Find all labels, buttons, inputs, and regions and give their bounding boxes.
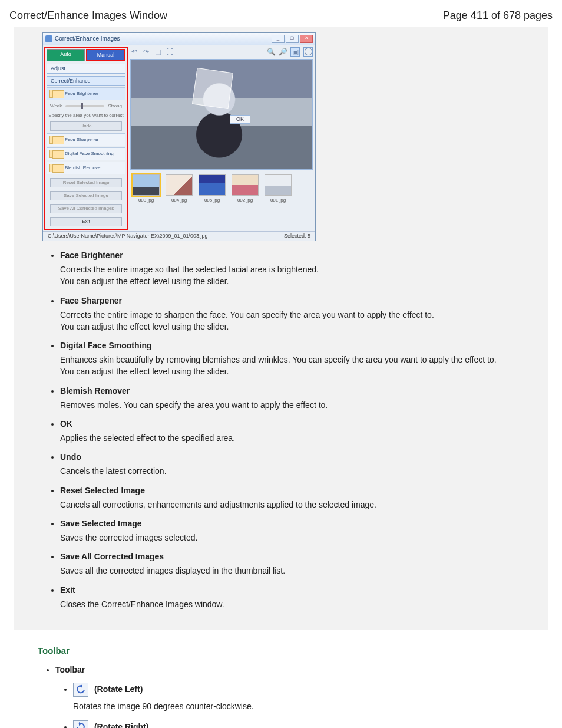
digital-face-smoothing-icon — [49, 150, 61, 158]
description: Rotates the image 90 degrees counter-clo… — [73, 700, 553, 712]
crop-icon[interactable]: ⛶ — [166, 48, 174, 56]
app-window: Correct/Enhance Images _ ▢ ✕ Auto Manual… — [42, 32, 316, 241]
list-item: ExitCloses the Correct/Enhance Images wi… — [60, 585, 524, 610]
thumbnail[interactable] — [133, 174, 160, 196]
face-sharpener-icon — [49, 136, 61, 144]
digital-face-smoothing-item[interactable]: Digital Face Smoothing — [47, 147, 125, 160]
content-band: Correct/Enhance Images _ ▢ ✕ Auto Manual… — [14, 27, 548, 630]
page-header: Correct/Enhance Images Window Page 411 o… — [9, 9, 553, 22]
term: Face Brightener — [60, 251, 123, 260]
description: Saves all the corrected images displayed… — [60, 565, 524, 577]
close-button[interactable]: ✕ — [300, 35, 313, 43]
list-item: UndoCancels the latest correction. — [60, 452, 524, 477]
list-item: (Rotate Right) Rotates the image 90 degr… — [73, 720, 553, 728]
definition-list: Face BrightenerCorrects the entire image… — [42, 251, 524, 610]
list-item: Toolbar (Rotate Left) Rotates the image … — [55, 665, 553, 728]
page-title: Correct/Enhance Images Window — [9, 9, 167, 22]
list-item: Face BrightenerCorrects the entire image… — [60, 251, 524, 288]
rotate-right-icon[interactable]: ↷ — [142, 48, 150, 56]
thumbnail[interactable] — [265, 174, 292, 196]
thumbnail-label: 004.jpg — [171, 198, 187, 203]
term: Toolbar — [55, 665, 85, 674]
list-item: Save Selected ImageSaves the corrected i… — [60, 519, 524, 543]
description: Applies the selected effect to the speci… — [60, 432, 524, 444]
titlebar: Correct/Enhance Images _ ▢ ✕ — [43, 33, 315, 45]
rotate-left-label: (Rotate Left) — [94, 684, 143, 694]
section-heading-toolbar: Toolbar — [38, 645, 553, 655]
blemish-remover-icon — [49, 164, 61, 172]
term: Reset Selected Image — [60, 486, 145, 495]
description: Closes the Correct/Enhance Images window… — [60, 598, 524, 610]
thumbnail[interactable] — [166, 174, 193, 196]
page-counter: Page 411 of 678 pages — [443, 9, 553, 22]
toolbar-sublist: (Rotate Left) Rotates the image 90 degre… — [55, 683, 553, 728]
description: Cancels the latest correction. — [60, 465, 524, 477]
toolbar: ↶ ↷ ◫ ⛶ 🔍 🔎 ▣ ⛶ — [130, 47, 313, 57]
list-item: Face SharpenerCorrects the entire image … — [60, 296, 524, 333]
thumbnail-label: 003.jpg — [138, 198, 154, 203]
rotate-right-label: (Rotate Right) — [94, 722, 149, 728]
specify-area-instruction: Specify the area you want to correct — [47, 112, 125, 119]
thumbnail[interactable] — [199, 174, 226, 196]
list-item: Save All Corrected ImagesSaves all the c… — [60, 552, 524, 577]
status-path: C:\Users\UserName\Pictures\MP Navigator … — [48, 233, 207, 239]
thumbnail[interactable] — [232, 174, 259, 196]
tab-adjust[interactable]: Adjust — [47, 64, 125, 74]
term: Save Selected Image — [60, 519, 142, 528]
zoom-in-icon[interactable]: 🔍 — [267, 48, 275, 56]
description: Corrects the entire image to sharpen the… — [60, 309, 524, 333]
save-all-corrected-images-button[interactable]: Save All Corrected Images — [50, 204, 122, 213]
save-selected-image-button[interactable]: Save Selected Image — [50, 191, 122, 200]
image-preview[interactable]: OK — [130, 59, 313, 170]
effect-slider-row: Weak Strong — [47, 101, 125, 111]
face-brightener-icon — [49, 90, 61, 98]
thumbnail-label: 001.jpg — [270, 198, 286, 203]
toolbar-list: Toolbar (Rotate Left) Rotates the image … — [38, 665, 553, 728]
right-panel: ↶ ↷ ◫ ⛶ 🔍 🔎 ▣ ⛶ OK — [129, 45, 315, 231]
face-sharpener-label: Face Sharpener — [65, 137, 98, 142]
face-sharpener-item[interactable]: Face Sharpener — [47, 133, 125, 146]
left-panel: Auto Manual Adjust Correct/Enhance Face … — [44, 47, 128, 230]
list-item: Blemish RemoverRemoves moles. You can sp… — [60, 386, 524, 411]
term: Face Sharpener — [60, 296, 122, 305]
mode-auto-tab[interactable]: Auto — [47, 49, 85, 61]
weak-label: Weak — [50, 104, 62, 108]
description: Corrects the entire image so that the se… — [60, 263, 524, 288]
blemish-remover-item[interactable]: Blemish Remover — [47, 162, 125, 174]
zoom-out-icon[interactable]: 🔎 — [279, 48, 287, 56]
term: Undo — [60, 452, 81, 462]
term: Digital Face Smoothing — [60, 341, 152, 350]
status-selected-count: Selected: 5 — [284, 233, 310, 239]
term: Exit — [60, 585, 75, 595]
face-brightener-label: Face Brightener — [65, 91, 98, 96]
thumbnail-strip: 003.jpg 004.jpg 005.jpg 002.jpg 001.jpg — [130, 170, 313, 205]
maximize-button[interactable]: ▢ — [286, 35, 299, 43]
undo-button[interactable]: Undo — [50, 121, 122, 131]
rotate-right-icon — [73, 720, 88, 728]
rotate-left-icon[interactable]: ↶ — [130, 48, 138, 56]
list-item: Digital Face SmoothingEnhances skin beau… — [60, 341, 524, 378]
rotate-left-icon — [73, 683, 88, 697]
description: Cancels all corrections, enhancements an… — [60, 499, 524, 510]
face-brightener-item[interactable]: Face Brightener — [47, 87, 125, 100]
description: Saves the corrected images selected. — [60, 532, 524, 543]
minimize-button[interactable]: _ — [272, 35, 285, 43]
app-icon — [45, 35, 52, 42]
selection-rectangle[interactable] — [192, 68, 233, 109]
description: Enhances skin beautifully by removing bl… — [60, 354, 524, 378]
thumbnail-label: 005.jpg — [204, 198, 220, 203]
compare-icon[interactable]: ◫ — [154, 48, 162, 56]
fullscreen-icon[interactable]: ⛶ — [303, 47, 313, 57]
ok-button[interactable]: OK — [230, 115, 250, 124]
status-bar: C:\Users\UserName\Pictures\MP Navigator … — [43, 231, 315, 241]
term: OK — [60, 419, 72, 429]
term: Blemish Remover — [60, 386, 130, 396]
effect-slider[interactable] — [65, 105, 104, 107]
mode-manual-tab[interactable]: Manual — [86, 49, 125, 61]
fit-window-icon[interactable]: ▣ — [290, 47, 300, 57]
digital-face-smoothing-label: Digital Face Smoothing — [65, 151, 114, 156]
reset-selected-image-button[interactable]: Reset Selected Image — [50, 178, 122, 187]
list-item: (Rotate Left) Rotates the image 90 degre… — [73, 683, 553, 712]
exit-button[interactable]: Exit — [50, 217, 122, 226]
tab-correct-enhance[interactable]: Correct/Enhance — [47, 76, 125, 86]
